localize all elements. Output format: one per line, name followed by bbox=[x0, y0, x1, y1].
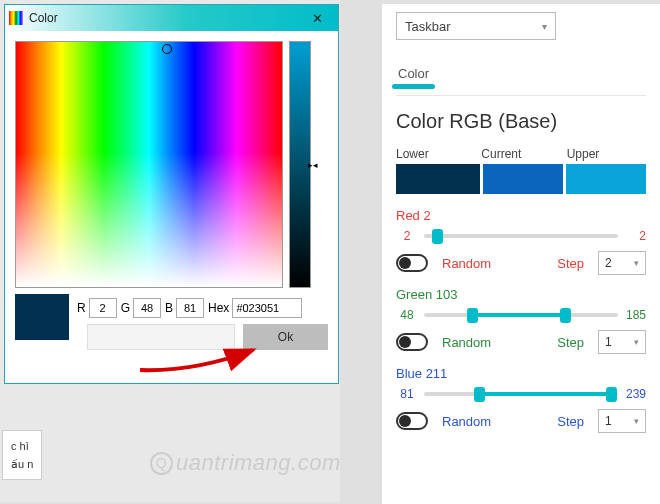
titlebar[interactable]: Color ✕ bbox=[5, 5, 338, 31]
upper-label: Upper bbox=[567, 147, 646, 161]
lower-swatch[interactable] bbox=[396, 164, 480, 194]
color-dialog: Color ✕ ▸◂ R G B Hex bbox=[4, 4, 339, 384]
close-icon[interactable]: ✕ bbox=[302, 9, 332, 27]
target-dropdown[interactable]: Taskbar ▾ bbox=[396, 12, 556, 40]
chevron-down-icon: ▾ bbox=[634, 258, 639, 268]
color-swatch bbox=[15, 294, 69, 340]
color-icon bbox=[9, 11, 23, 25]
chevron-down-icon: ▾ bbox=[634, 337, 639, 347]
right-panel: Taskbar ▾ Color Color RGB (Base) Lower C… bbox=[372, 0, 660, 504]
chevron-down-icon: ▾ bbox=[634, 416, 639, 426]
blue-random-toggle[interactable] bbox=[396, 412, 428, 430]
channel-blue: Blue 211 81 239 Random Step 1▾ bbox=[396, 366, 646, 433]
green-step-select[interactable]: 1▾ bbox=[598, 330, 646, 354]
red-slider[interactable] bbox=[424, 234, 618, 238]
hs-cursor-icon bbox=[162, 44, 172, 54]
channel-green: Green 103 48 185 Random Step 1▾ bbox=[396, 287, 646, 354]
red-random-toggle[interactable] bbox=[396, 254, 428, 272]
r-input[interactable] bbox=[89, 298, 117, 318]
blue-step-select[interactable]: 1▾ bbox=[598, 409, 646, 433]
g-label: G bbox=[121, 301, 130, 315]
cancel-button[interactable] bbox=[87, 324, 235, 350]
hue-saturation-field[interactable] bbox=[15, 41, 283, 288]
chevron-down-icon: ▾ bbox=[542, 21, 547, 32]
b-label: B bbox=[165, 301, 173, 315]
channel-red: Red 2 2 2 Random Step 2▾ bbox=[396, 208, 646, 275]
blue-slider[interactable] bbox=[424, 392, 618, 396]
value-arrows-icon: ▸◂ bbox=[308, 161, 318, 169]
fragment-text: c hì ấu n bbox=[2, 430, 42, 480]
g-input[interactable] bbox=[133, 298, 161, 318]
green-slider[interactable] bbox=[424, 313, 618, 317]
section-title: Color RGB (Base) bbox=[396, 110, 646, 133]
hex-input[interactable] bbox=[232, 298, 302, 318]
ok-button[interactable]: Ok bbox=[243, 324, 328, 350]
upper-swatch[interactable] bbox=[566, 164, 646, 194]
current-label: Current bbox=[481, 147, 560, 161]
tab-color[interactable]: Color bbox=[396, 62, 431, 85]
divider bbox=[396, 95, 646, 96]
dialog-title: Color bbox=[29, 11, 302, 25]
r-label: R bbox=[77, 301, 86, 315]
green-random-toggle[interactable] bbox=[396, 333, 428, 351]
lower-label: Lower bbox=[396, 147, 475, 161]
b-input[interactable] bbox=[176, 298, 204, 318]
current-swatch[interactable] bbox=[483, 164, 563, 194]
hex-label: Hex bbox=[208, 301, 229, 315]
dropdown-value: Taskbar bbox=[405, 19, 451, 34]
red-step-select[interactable]: 2▾ bbox=[598, 251, 646, 275]
